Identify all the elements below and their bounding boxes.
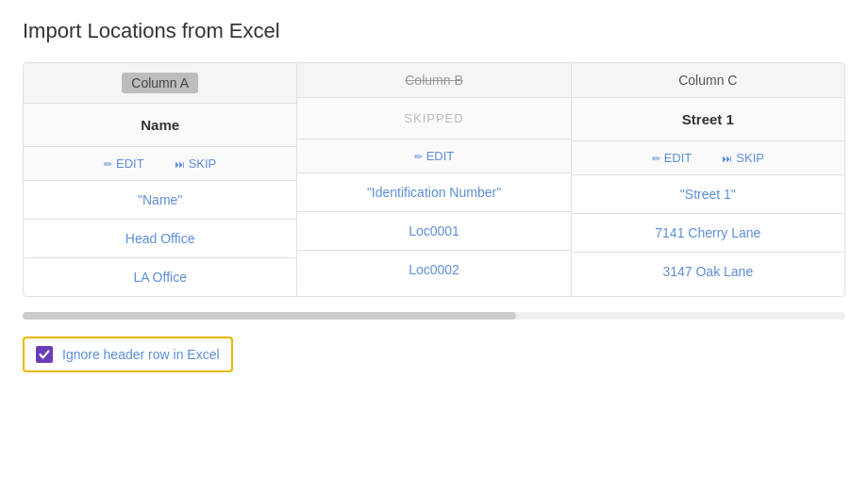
col-a-field-name: Name <box>24 104 296 147</box>
skip-icon <box>175 157 185 171</box>
col-a-cell-2: LA Office <box>24 258 296 296</box>
scrollbar-thumb <box>23 312 516 320</box>
pencil-icon <box>104 157 112 171</box>
col-c-skip-button[interactable]: SKIP <box>718 149 768 167</box>
col-b-header: Column B <box>297 63 570 98</box>
col-a-header-label: Column A <box>122 73 198 93</box>
col-c-header: Column C <box>572 63 844 98</box>
column-c-panel: Column C Street 1 EDIT SKIP "Street 1" 7… <box>572 63 844 296</box>
col-b-actions: EDIT <box>297 140 570 173</box>
checkmark-icon <box>39 349 50 360</box>
page-title: Import Locations from Excel <box>23 19 845 43</box>
col-c-field-name: Street 1 <box>572 98 844 141</box>
col-a-header: Column A <box>24 63 296 104</box>
pencil-icon-b <box>414 150 423 163</box>
col-b-edit-button[interactable]: EDIT <box>410 147 459 165</box>
col-b-cell-0: "Identification Number" <box>297 173 570 212</box>
col-c-header-label: Column C <box>678 73 737 88</box>
column-b-panel: Column B SKIPPED EDIT "Identification Nu… <box>297 63 571 296</box>
col-b-cell-1: Loc0001 <box>297 212 570 251</box>
col-c-cell-1: 7141 Cherry Lane <box>572 214 844 253</box>
col-c-actions: EDIT SKIP <box>572 141 844 175</box>
col-b-cell-2: Loc0002 <box>297 251 570 288</box>
ignore-header-label: Ignore header row in Excel <box>62 347 220 362</box>
col-a-skip-button[interactable]: SKIP <box>171 155 221 173</box>
columns-container: Column A Name EDIT SKIP "Name" Head Offi… <box>23 62 845 297</box>
column-a-panel: Column A Name EDIT SKIP "Name" Head Offi… <box>24 63 297 296</box>
col-b-field-name: SKIPPED <box>297 98 570 140</box>
col-c-cell-0: "Street 1" <box>572 175 844 214</box>
ignore-header-row-wrapper: Ignore header row in Excel <box>23 337 233 372</box>
col-a-cell-1: Head Office <box>24 220 296 258</box>
ignore-header-checkbox[interactable] <box>36 346 53 363</box>
col-a-cell-0: "Name" <box>24 181 296 220</box>
col-a-actions: EDIT SKIP <box>24 147 296 181</box>
skip-icon-c <box>722 152 732 165</box>
col-c-edit-button[interactable]: EDIT <box>648 149 696 167</box>
horizontal-scrollbar[interactable] <box>23 312 845 320</box>
pencil-icon-c <box>652 152 660 165</box>
col-c-cell-2: 3147 Oak Lane <box>572 253 844 290</box>
col-a-edit-button[interactable]: EDIT <box>100 155 148 173</box>
col-b-header-label: Column B <box>405 73 462 88</box>
